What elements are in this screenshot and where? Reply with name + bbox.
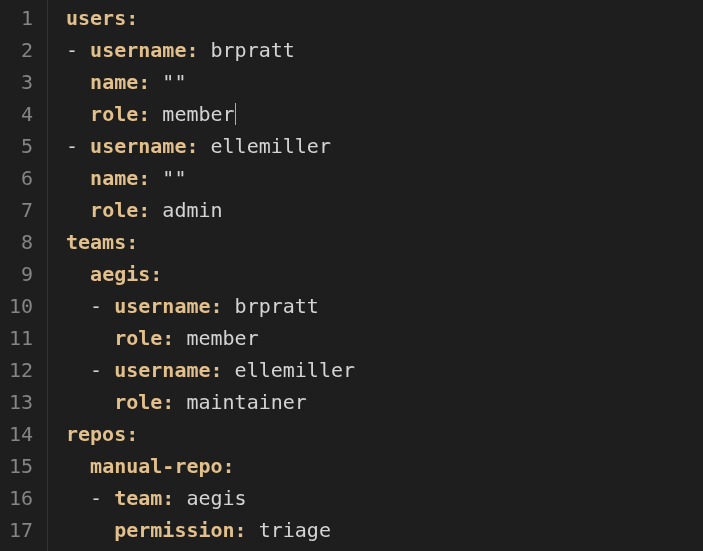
code-line[interactable]: - username: ellemiller xyxy=(66,354,703,386)
colon: : xyxy=(162,486,174,510)
yaml-key: repos xyxy=(66,422,126,446)
code-line[interactable]: - username: brpratt xyxy=(66,34,703,66)
colon: : xyxy=(150,262,162,286)
code-line[interactable]: teams: xyxy=(66,226,703,258)
yaml-dash: - xyxy=(66,38,90,62)
yaml-value xyxy=(198,38,210,62)
yaml-key: role xyxy=(114,390,162,414)
colon: : xyxy=(138,70,150,94)
line-number: 8 xyxy=(8,226,33,258)
colon: : xyxy=(211,358,223,382)
code-line[interactable]: role: admin xyxy=(66,194,703,226)
yaml-value: aegis xyxy=(186,486,246,510)
yaml-value: member xyxy=(162,102,234,126)
colon: : xyxy=(162,326,174,350)
code-line[interactable]: role: maintainer xyxy=(66,386,703,418)
yaml-value: admin xyxy=(162,198,222,222)
colon: : xyxy=(235,518,247,542)
yaml-value: brpratt xyxy=(211,38,295,62)
code-line[interactable]: - username: brpratt xyxy=(66,290,703,322)
yaml-key: manual-repo xyxy=(90,454,222,478)
line-number: 6 xyxy=(8,162,33,194)
code-line[interactable]: name: "" xyxy=(66,66,703,98)
yaml-key: role xyxy=(90,198,138,222)
line-number: 16 xyxy=(8,482,33,514)
yaml-key: username xyxy=(90,38,186,62)
yaml-dash: - xyxy=(90,486,114,510)
yaml-key: username xyxy=(114,358,210,382)
line-number: 9 xyxy=(8,258,33,290)
code-editor[interactable]: users: - username: brpratt name: "" role… xyxy=(48,0,703,551)
yaml-value: triage xyxy=(259,518,331,542)
yaml-dash: - xyxy=(90,358,114,382)
code-line[interactable]: aegis: xyxy=(66,258,703,290)
colon: : xyxy=(186,134,198,158)
line-number: 13 xyxy=(8,386,33,418)
code-line[interactable]: role: member xyxy=(66,322,703,354)
line-number: 15 xyxy=(8,450,33,482)
line-number: 7 xyxy=(8,194,33,226)
yaml-value: maintainer xyxy=(186,390,306,414)
yaml-value: brpratt xyxy=(235,294,319,318)
code-line[interactable]: - username: ellemiller xyxy=(66,130,703,162)
line-number: 14 xyxy=(8,418,33,450)
yaml-dash: - xyxy=(66,134,90,158)
colon: : xyxy=(223,454,235,478)
yaml-key: name xyxy=(90,70,138,94)
yaml-key: username xyxy=(90,134,186,158)
line-number: 10 xyxy=(8,290,33,322)
line-number: 1 xyxy=(8,2,33,34)
line-number: 12 xyxy=(8,354,33,386)
colon: : xyxy=(138,198,150,222)
colon: : xyxy=(162,390,174,414)
code-line[interactable]: repos: xyxy=(66,418,703,450)
yaml-key: teams xyxy=(66,230,126,254)
colon: : xyxy=(186,38,198,62)
yaml-key: role xyxy=(114,326,162,350)
yaml-key: permission xyxy=(114,518,234,542)
code-line[interactable]: users: xyxy=(66,2,703,34)
yaml-key: team xyxy=(114,486,162,510)
line-number-gutter: 1 2 3 4 5 6 7 8 9 10 11 12 13 14 15 16 1… xyxy=(0,0,48,551)
colon: : xyxy=(126,6,138,30)
colon: : xyxy=(126,230,138,254)
yaml-value: "" xyxy=(162,166,186,190)
yaml-key: users xyxy=(66,6,126,30)
code-line[interactable]: role: member xyxy=(66,98,703,130)
line-number: 17 xyxy=(8,514,33,546)
yaml-dash: - xyxy=(90,294,114,318)
yaml-value: ellemiller xyxy=(235,358,355,382)
text-cursor xyxy=(235,103,236,125)
yaml-value: "" xyxy=(162,70,186,94)
colon: : xyxy=(211,294,223,318)
line-number: 2 xyxy=(8,34,33,66)
colon: : xyxy=(138,102,150,126)
line-number: 11 xyxy=(8,322,33,354)
yaml-key: aegis xyxy=(90,262,150,286)
code-line[interactable]: manual-repo: xyxy=(66,450,703,482)
yaml-key: username xyxy=(114,294,210,318)
code-line[interactable]: name: "" xyxy=(66,162,703,194)
yaml-key: role xyxy=(90,102,138,126)
yaml-value: ellemiller xyxy=(211,134,331,158)
yaml-key: name xyxy=(90,166,138,190)
code-line[interactable]: permission: triage xyxy=(66,514,703,546)
yaml-value: member xyxy=(186,326,258,350)
colon: : xyxy=(126,422,138,446)
code-line[interactable]: - team: aegis xyxy=(66,482,703,514)
colon: : xyxy=(138,166,150,190)
line-number: 5 xyxy=(8,130,33,162)
line-number: 3 xyxy=(8,66,33,98)
line-number: 4 xyxy=(8,98,33,130)
